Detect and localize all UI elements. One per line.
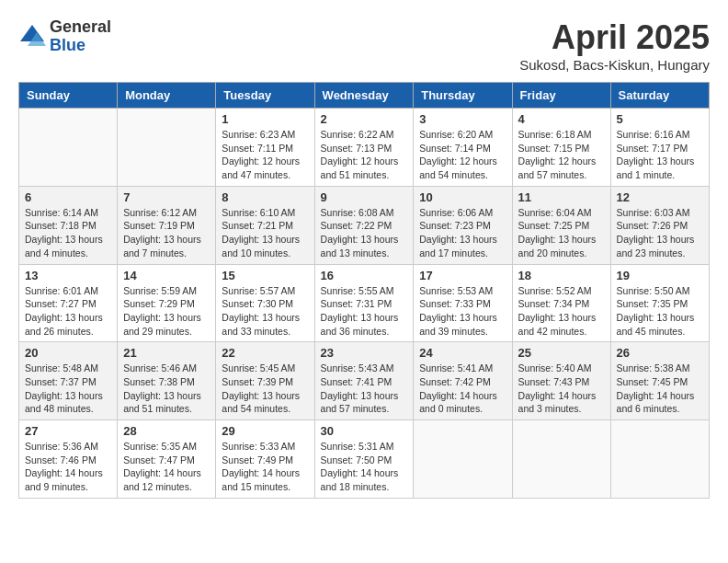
day-number: 17 xyxy=(419,269,506,282)
day-info: Sunrise: 5:46 AM Sunset: 7:38 PM Dayligh… xyxy=(123,362,210,416)
calendar-cell: 23Sunrise: 5:43 AM Sunset: 7:41 PM Dayli… xyxy=(314,342,414,420)
day-info: Sunrise: 5:48 AM Sunset: 7:37 PM Dayligh… xyxy=(25,362,111,416)
day-info: Sunrise: 5:41 AM Sunset: 7:42 PM Dayligh… xyxy=(419,362,506,416)
weekday-header-sunday: Sunday xyxy=(19,83,118,109)
day-number: 8 xyxy=(222,190,308,204)
day-info: Sunrise: 6:20 AM Sunset: 7:14 PM Dayligh… xyxy=(419,128,506,182)
day-info: Sunrise: 5:36 AM Sunset: 7:46 PM Dayligh… xyxy=(25,440,111,494)
calendar-cell: 30Sunrise: 5:31 AM Sunset: 7:50 PM Dayli… xyxy=(314,420,414,499)
calendar-cell: 6Sunrise: 6:14 AM Sunset: 7:18 PM Daylig… xyxy=(19,186,118,264)
calendar-cell: 27Sunrise: 5:36 AM Sunset: 7:46 PM Dayli… xyxy=(19,420,118,499)
calendar-cell: 4Sunrise: 6:18 AM Sunset: 7:15 PM Daylig… xyxy=(512,109,610,187)
day-info: Sunrise: 6:03 AM Sunset: 7:26 PM Dayligh… xyxy=(617,206,703,260)
day-number: 25 xyxy=(518,346,605,360)
day-number: 7 xyxy=(123,190,210,204)
calendar-week-row: 1Sunrise: 6:23 AM Sunset: 7:11 PM Daylig… xyxy=(19,109,710,187)
day-info: Sunrise: 5:57 AM Sunset: 7:30 PM Dayligh… xyxy=(222,284,308,339)
calendar-cell: 14Sunrise: 5:59 AM Sunset: 7:29 PM Dayli… xyxy=(118,264,216,342)
calendar-cell: 15Sunrise: 5:57 AM Sunset: 7:30 PM Dayli… xyxy=(216,264,314,342)
location-subtitle: Sukosd, Bacs-Kiskun, Hungary xyxy=(519,57,710,73)
calendar-week-row: 20Sunrise: 5:48 AM Sunset: 7:37 PM Dayli… xyxy=(19,342,710,420)
calendar-week-row: 6Sunrise: 6:14 AM Sunset: 7:18 PM Daylig… xyxy=(19,186,710,264)
calendar-cell xyxy=(610,420,709,499)
day-info: Sunrise: 5:31 AM Sunset: 7:50 PM Dayligh… xyxy=(321,440,408,494)
day-number: 29 xyxy=(222,424,308,438)
calendar-cell: 24Sunrise: 5:41 AM Sunset: 7:42 PM Dayli… xyxy=(414,342,512,420)
day-info: Sunrise: 5:52 AM Sunset: 7:34 PM Dayligh… xyxy=(518,284,605,339)
day-number: 22 xyxy=(222,346,308,360)
calendar-table: SundayMondayTuesdayWednesdayThursdayFrid… xyxy=(18,82,710,499)
day-number: 15 xyxy=(222,269,308,282)
calendar-cell xyxy=(414,420,512,499)
day-number: 9 xyxy=(321,190,408,204)
day-number: 13 xyxy=(25,269,111,282)
day-info: Sunrise: 6:01 AM Sunset: 7:27 PM Dayligh… xyxy=(25,284,111,339)
calendar-cell: 7Sunrise: 6:12 AM Sunset: 7:19 PM Daylig… xyxy=(118,186,216,264)
day-info: Sunrise: 6:08 AM Sunset: 7:22 PM Dayligh… xyxy=(321,206,408,260)
calendar-cell: 16Sunrise: 5:55 AM Sunset: 7:31 PM Dayli… xyxy=(314,264,414,342)
day-number: 5 xyxy=(617,112,703,126)
day-info: Sunrise: 5:38 AM Sunset: 7:45 PM Dayligh… xyxy=(617,362,703,416)
calendar-week-row: 13Sunrise: 6:01 AM Sunset: 7:27 PM Dayli… xyxy=(19,264,710,342)
day-number: 14 xyxy=(123,269,210,282)
calendar-cell: 12Sunrise: 6:03 AM Sunset: 7:26 PM Dayli… xyxy=(610,186,709,264)
day-info: Sunrise: 6:06 AM Sunset: 7:23 PM Dayligh… xyxy=(419,206,506,260)
day-number: 21 xyxy=(123,346,210,360)
day-number: 11 xyxy=(518,190,605,204)
weekday-header-tuesday: Tuesday xyxy=(216,83,314,109)
day-info: Sunrise: 6:18 AM Sunset: 7:15 PM Dayligh… xyxy=(518,128,605,182)
weekday-header-friday: Friday xyxy=(512,83,610,109)
weekday-header-row: SundayMondayTuesdayWednesdayThursdayFrid… xyxy=(19,83,710,109)
calendar-cell: 26Sunrise: 5:38 AM Sunset: 7:45 PM Dayli… xyxy=(610,342,709,420)
day-info: Sunrise: 5:43 AM Sunset: 7:41 PM Dayligh… xyxy=(321,362,408,416)
month-title: April 2025 xyxy=(519,18,710,57)
day-number: 12 xyxy=(617,190,703,204)
day-info: Sunrise: 5:53 AM Sunset: 7:33 PM Dayligh… xyxy=(419,284,506,339)
calendar-cell: 1Sunrise: 6:23 AM Sunset: 7:11 PM Daylig… xyxy=(216,109,314,187)
calendar-cell xyxy=(512,420,610,499)
day-number: 20 xyxy=(25,346,111,360)
calendar-cell: 3Sunrise: 6:20 AM Sunset: 7:14 PM Daylig… xyxy=(414,109,512,187)
day-number: 26 xyxy=(617,346,703,360)
day-number: 2 xyxy=(321,112,408,126)
day-number: 24 xyxy=(419,346,506,360)
calendar-cell: 21Sunrise: 5:46 AM Sunset: 7:38 PM Dayli… xyxy=(118,342,216,420)
day-info: Sunrise: 5:55 AM Sunset: 7:31 PM Dayligh… xyxy=(321,284,408,339)
calendar-cell: 29Sunrise: 5:33 AM Sunset: 7:49 PM Dayli… xyxy=(216,420,314,499)
calendar-cell: 28Sunrise: 5:35 AM Sunset: 7:47 PM Dayli… xyxy=(118,420,216,499)
calendar-cell: 2Sunrise: 6:22 AM Sunset: 7:13 PM Daylig… xyxy=(314,109,414,187)
day-info: Sunrise: 5:59 AM Sunset: 7:29 PM Dayligh… xyxy=(123,284,210,339)
calendar-cell: 5Sunrise: 6:16 AM Sunset: 7:17 PM Daylig… xyxy=(610,109,709,187)
day-info: Sunrise: 6:10 AM Sunset: 7:21 PM Dayligh… xyxy=(222,206,308,260)
calendar-cell: 20Sunrise: 5:48 AM Sunset: 7:37 PM Dayli… xyxy=(19,342,118,420)
calendar-cell: 11Sunrise: 6:04 AM Sunset: 7:25 PM Dayli… xyxy=(512,186,610,264)
weekday-header-wednesday: Wednesday xyxy=(314,83,414,109)
calendar-cell: 13Sunrise: 6:01 AM Sunset: 7:27 PM Dayli… xyxy=(19,264,118,342)
day-info: Sunrise: 6:14 AM Sunset: 7:18 PM Dayligh… xyxy=(25,206,111,260)
day-number: 27 xyxy=(25,424,111,438)
day-number: 28 xyxy=(123,424,210,438)
calendar-cell: 10Sunrise: 6:06 AM Sunset: 7:23 PM Dayli… xyxy=(414,186,512,264)
day-info: Sunrise: 5:35 AM Sunset: 7:47 PM Dayligh… xyxy=(123,440,210,494)
day-info: Sunrise: 5:40 AM Sunset: 7:43 PM Dayligh… xyxy=(518,362,605,416)
day-number: 10 xyxy=(419,190,506,204)
logo-text: General Blue xyxy=(50,18,111,55)
day-info: Sunrise: 6:16 AM Sunset: 7:17 PM Dayligh… xyxy=(617,128,703,182)
calendar-week-row: 27Sunrise: 5:36 AM Sunset: 7:46 PM Dayli… xyxy=(19,420,710,499)
weekday-header-monday: Monday xyxy=(118,83,216,109)
weekday-header-saturday: Saturday xyxy=(610,83,709,109)
calendar-cell xyxy=(118,109,216,187)
calendar-cell: 8Sunrise: 6:10 AM Sunset: 7:21 PM Daylig… xyxy=(216,186,314,264)
page-header: General Blue April 2025 Sukosd, Bacs-Kis… xyxy=(18,18,710,73)
day-info: Sunrise: 6:04 AM Sunset: 7:25 PM Dayligh… xyxy=(518,206,605,260)
logo-general: General xyxy=(50,18,111,37)
calendar-cell: 9Sunrise: 6:08 AM Sunset: 7:22 PM Daylig… xyxy=(314,186,414,264)
day-info: Sunrise: 5:33 AM Sunset: 7:49 PM Dayligh… xyxy=(222,440,308,494)
logo-blue: Blue xyxy=(50,37,111,55)
day-number: 18 xyxy=(518,269,605,282)
calendar-cell: 25Sunrise: 5:40 AM Sunset: 7:43 PM Dayli… xyxy=(512,342,610,420)
day-number: 1 xyxy=(222,112,308,126)
title-block: April 2025 Sukosd, Bacs-Kiskun, Hungary xyxy=(519,18,710,73)
day-number: 30 xyxy=(321,424,408,438)
day-info: Sunrise: 6:23 AM Sunset: 7:11 PM Dayligh… xyxy=(222,128,308,182)
